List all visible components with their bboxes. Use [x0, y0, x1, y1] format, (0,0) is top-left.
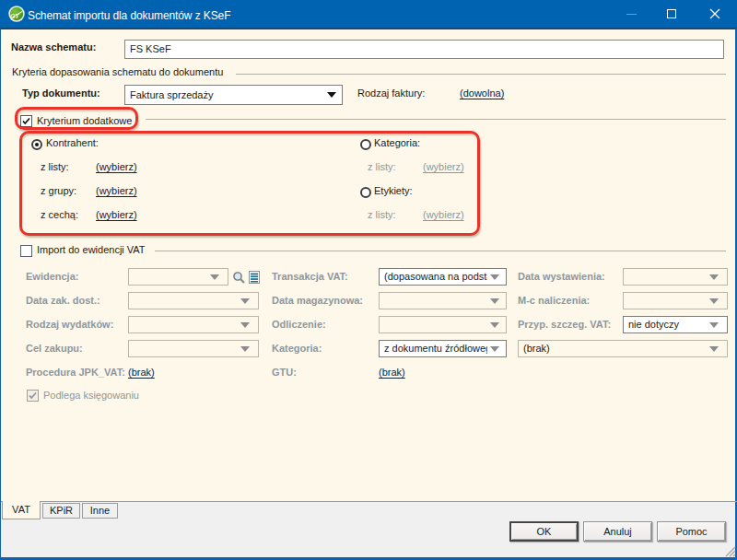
svg-text:GT: GT [9, 13, 19, 19]
